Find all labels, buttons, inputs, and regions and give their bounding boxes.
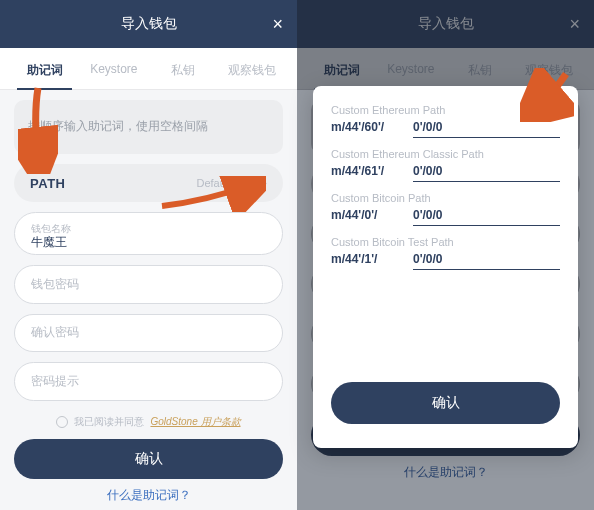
tab-watch[interactable]: 观察钱包 <box>218 48 287 89</box>
path-suffix-input[interactable]: 0'/0/0 <box>413 164 560 182</box>
tab-keystore[interactable]: Keystore <box>79 48 148 89</box>
tab-mnemonic[interactable]: 助记词 <box>10 48 79 89</box>
wallet-name-input[interactable]: 钱包名称 牛魔王 <box>14 212 283 255</box>
path-prefix: m/44'/61'/ <box>331 164 401 182</box>
what-is-mnemonic-link[interactable]: 什么是助记词？ <box>14 487 283 510</box>
header-title: 导入钱包 <box>121 15 177 33</box>
path-label: PATH <box>30 176 65 191</box>
confirm-password-input[interactable]: 确认密码 <box>14 314 283 353</box>
path-value: Default Path › <box>196 176 267 190</box>
path-prefix: m/44'/60'/ <box>331 120 401 138</box>
mnemonic-input[interactable]: 按顺序输入助记词，使用空格间隔 <box>14 100 283 154</box>
path-modal: Custom Ethereum Path m/44'/60'/ 0'/0/0 C… <box>313 86 578 448</box>
terms-link[interactable]: GoldStone 用户条款 <box>150 415 240 429</box>
header: 导入钱包 × <box>0 0 297 48</box>
path-prefix: m/44'/1'/ <box>331 252 401 270</box>
path-suffix-input[interactable]: 0'/0/0 <box>413 120 560 138</box>
terms-row: 我已阅读并同意 GoldStone 用户条款 <box>14 415 283 429</box>
section-label: Custom Ethereum Path <box>331 104 560 116</box>
path-suffix-input[interactable]: 0'/0/0 <box>413 252 560 270</box>
password-hint-input[interactable]: 密码提示 <box>14 362 283 401</box>
wallet-password-input[interactable]: 钱包密码 <box>14 265 283 304</box>
section-label: Custom Bitcoin Path <box>331 192 560 204</box>
terms-checkbox[interactable] <box>56 416 68 428</box>
modal-confirm-button[interactable]: 确认 <box>331 382 560 424</box>
section-label: Custom Ethereum Classic Path <box>331 148 560 160</box>
path-row[interactable]: PATH Default Path › <box>14 164 283 202</box>
path-prefix: m/44'/0'/ <box>331 208 401 226</box>
content: 按顺序输入助记词，使用空格间隔 PATH Default Path › 钱包名称… <box>0 90 297 510</box>
close-icon[interactable]: × <box>272 15 283 33</box>
path-suffix-input[interactable]: 0'/0/0 <box>413 208 560 226</box>
tabs: 助记词 Keystore 私钥 观察钱包 <box>0 48 297 90</box>
confirm-button[interactable]: 确认 <box>14 439 283 479</box>
tab-privatekey[interactable]: 私钥 <box>149 48 218 89</box>
section-label: Custom Bitcoin Test Path <box>331 236 560 248</box>
chevron-right-icon: › <box>263 176 267 190</box>
